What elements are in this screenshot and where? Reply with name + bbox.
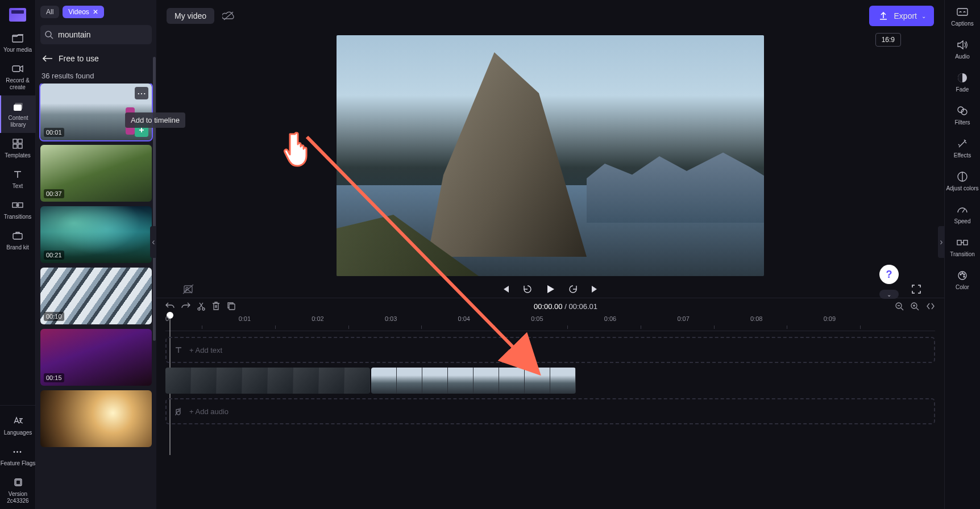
content-filter-tabs: All Videos ✕ (36, 0, 156, 18)
library-scrollbar[interactable] (153, 57, 156, 341)
rewind-icon[interactable] (522, 284, 533, 294)
nav-brand-kit-label: Brand kit (6, 244, 28, 251)
camera-icon (11, 62, 24, 75)
media-thumb-0[interactable]: ⋯ 00:01 + (40, 84, 152, 140)
library-scroll[interactable]: ⋯ 00:01 + 00:37 00:21 00:10 00:15 (36, 84, 156, 509)
media-thumb-2[interactable]: 00:21 (40, 206, 152, 263)
templates-icon (11, 137, 24, 150)
prop-speed-label: Speed (954, 218, 971, 225)
nav-your-media[interactable]: Your media (0, 27, 36, 58)
video-clip-1[interactable] (165, 368, 370, 394)
ruler-tick: 0:06 (604, 315, 616, 322)
ruler-tick: 0:09 (824, 315, 836, 322)
nav-version[interactable]: Version 2c43326 (0, 472, 36, 509)
time-sep: / (563, 302, 569, 311)
zoom-fit-button[interactable] (926, 302, 935, 311)
export-button[interactable]: Export ⌄ (869, 6, 934, 26)
svg-rect-5 (18, 139, 22, 143)
media-thumb-5[interactable] (40, 390, 152, 447)
nav-transitions[interactable]: Transitions (0, 194, 36, 225)
prev-frame-icon[interactable] (501, 285, 510, 294)
color-icon (956, 269, 969, 282)
expand-right-panel-button[interactable]: ⌄ (879, 290, 899, 299)
preview-canvas[interactable] (337, 35, 764, 276)
transition-icon (956, 236, 969, 249)
prop-transition[interactable]: Transition (945, 231, 981, 264)
nav-text[interactable]: Text (0, 164, 36, 194)
nav-templates[interactable]: Templates (0, 133, 36, 164)
fade-icon (956, 72, 969, 84)
split-button[interactable] (197, 302, 205, 311)
fullscreen-icon[interactable] (911, 284, 921, 294)
back-free-to-use[interactable]: Free to use (36, 49, 156, 68)
forward-icon[interactable] (568, 284, 578, 294)
audio-track-icon (172, 405, 185, 418)
effects-icon (956, 137, 969, 150)
redo-button[interactable] (181, 302, 190, 311)
version-icon (12, 476, 24, 489)
svg-point-31 (962, 273, 963, 274)
audio-track-placeholder[interactable]: + Add audio (165, 398, 935, 424)
adjust-colors-icon (956, 170, 969, 183)
ruler-tick: 0 (165, 315, 169, 322)
prop-captions[interactable]: Captions (945, 0, 981, 33)
chevron-down-icon: ⌄ (921, 13, 926, 19)
ruler-tick: 0:03 (385, 315, 397, 322)
duplicate-button[interactable] (227, 302, 236, 311)
prop-effects[interactable]: Effects (945, 132, 981, 165)
media-thumb-3[interactable]: 00:10 (40, 268, 152, 324)
ruler-tick: 0:02 (312, 315, 323, 322)
thumb-duration: 00:01 (44, 128, 64, 137)
svg-rect-27 (957, 240, 961, 245)
nav-record-create[interactable]: Record & create (0, 58, 36, 95)
nav-languages[interactable]: Languages (0, 410, 36, 441)
thumb-more-button[interactable]: ⋯ (135, 87, 148, 99)
svg-rect-28 (964, 240, 967, 245)
tab-all[interactable]: All (40, 6, 59, 18)
help-button[interactable]: ? (879, 265, 899, 284)
prop-fade[interactable]: Fade (945, 66, 981, 99)
nav-content-library-label: Content library (1, 115, 36, 128)
svg-rect-7 (18, 144, 22, 148)
play-button[interactable] (545, 284, 555, 294)
delete-button[interactable] (212, 302, 220, 311)
close-icon[interactable]: ✕ (93, 8, 98, 16)
prop-speed[interactable]: Speed (945, 198, 981, 231)
prop-fade-label: Fade (956, 86, 969, 93)
video-track[interactable] (165, 368, 935, 394)
text-track-placeholder[interactable]: + Add text (165, 337, 935, 363)
nav-brand-kit[interactable]: Brand kit (0, 225, 36, 256)
nav-languages-label: Languages (4, 429, 32, 436)
nav-transitions-label: Transitions (4, 214, 32, 220)
undo-button[interactable] (165, 302, 175, 311)
stage-wrap: My video Export ⌄ 16:9 (156, 0, 944, 509)
speed-icon (956, 203, 969, 216)
tab-videos[interactable]: Videos ✕ (63, 6, 103, 18)
prop-color[interactable]: Color (945, 264, 981, 297)
app-logo[interactable] (9, 8, 26, 22)
project-title[interactable]: My video (167, 8, 214, 24)
zoom-in-button[interactable] (911, 302, 919, 311)
search-input[interactable] (58, 30, 157, 39)
timeline-ruler[interactable]: 00:010:020:030:040:050:060:070:080:09 (165, 315, 935, 331)
nav-feature-flags[interactable]: ••• Feature Flags (0, 441, 36, 472)
prop-audio[interactable]: Audio (945, 33, 981, 66)
aspect-ratio-button[interactable]: 16:9 (875, 33, 901, 47)
nav-feature-flags-label: Feature Flags (1, 460, 36, 467)
nav-version-value: 2c43326 (7, 498, 28, 504)
media-thumb-4[interactable]: 00:15 (40, 329, 152, 386)
library-icon (12, 100, 24, 112)
next-frame-icon[interactable] (591, 285, 600, 294)
cloud-sync-icon[interactable] (222, 10, 235, 22)
svg-point-32 (964, 274, 965, 275)
prop-transition-label: Transition (950, 251, 975, 258)
media-thumb-1[interactable]: 00:37 (40, 145, 152, 202)
ruler-tick: 0:01 (239, 315, 251, 322)
prop-filters[interactable]: Filters (945, 99, 981, 132)
collapse-right-button[interactable]: › (938, 226, 945, 258)
prop-adjust-colors[interactable]: Adjust colors (945, 165, 981, 198)
nav-content-library[interactable]: Content library (0, 95, 36, 133)
zoom-out-button[interactable] (895, 302, 904, 311)
search-box[interactable]: ✕ (40, 25, 152, 44)
video-clip-2[interactable] (371, 368, 576, 394)
